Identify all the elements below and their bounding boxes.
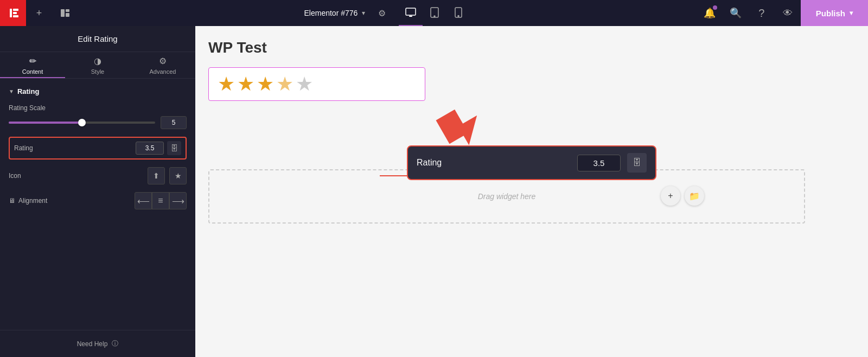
rating-field-value: 🗄 xyxy=(136,141,181,155)
dark-panel-database-icon: 🗄 xyxy=(633,158,641,168)
svg-rect-2 xyxy=(13,9,18,11)
notification-badge xyxy=(713,5,717,10)
rating-scale-row: Rating Scale xyxy=(9,104,187,129)
add-widget-button[interactable]: + xyxy=(661,186,680,206)
alignment-row: 🖥 Alignment ⟵ ≡ ⟶ xyxy=(9,192,187,209)
svg-rect-1 xyxy=(10,9,12,17)
star-1: ★ xyxy=(218,74,235,94)
dark-panel-rating-input[interactable] xyxy=(577,155,621,171)
rating-value-input[interactable] xyxy=(136,142,164,155)
section-triangle-icon: ▼ xyxy=(9,88,14,94)
help-icon: ? xyxy=(758,7,764,20)
publish-label: Publish xyxy=(816,9,845,18)
dark-panel-rating-label: Rating xyxy=(417,158,571,168)
preview-button[interactable]: 👁 xyxy=(775,0,801,26)
topbar-right: 🔔 🔍 ? 👁 Publish ▾ xyxy=(697,0,868,26)
topbar-center: Elementor #776 ▾ ⚙ xyxy=(304,0,470,26)
align-left-button[interactable]: ⟵ xyxy=(135,192,152,209)
tab-style-label: Style xyxy=(91,68,104,75)
rating-field-row: Rating 🗄 xyxy=(9,137,187,160)
rating-editor-panel: Rating 🗄 xyxy=(407,145,656,180)
icon-field-buttons: ⬆ ★ xyxy=(145,167,187,184)
red-arrow-annotation xyxy=(434,95,499,152)
svg-point-13 xyxy=(458,16,459,17)
rating-scale-slider-container xyxy=(9,116,187,129)
folder-icon: 📁 xyxy=(689,191,700,201)
publish-button[interactable]: Publish ▾ xyxy=(801,0,868,26)
page-title-topbar[interactable]: Elementor #776 ▾ xyxy=(304,9,365,17)
main-layout: Edit Rating ✏ Content ◑ Style ⚙ Advanced… xyxy=(0,26,868,357)
svg-rect-5 xyxy=(61,9,65,17)
align-center-button[interactable]: ≡ xyxy=(152,192,169,209)
gear-icon: ⚙ xyxy=(159,56,167,66)
settings-gear-icon[interactable]: ⚙ xyxy=(378,8,386,18)
alignment-buttons: ⟵ ≡ ⟶ xyxy=(135,192,187,209)
section-rating-header[interactable]: ▼ Rating xyxy=(9,87,187,95)
folder-button[interactable]: 📁 xyxy=(685,186,704,206)
svg-rect-3 xyxy=(13,12,17,14)
chevron-down-icon: ▾ xyxy=(362,9,365,17)
rating-field-label: Rating xyxy=(14,144,136,152)
tab-advanced[interactable]: ⚙ Advanced xyxy=(130,52,195,78)
align-right-button[interactable]: ⟶ xyxy=(169,192,187,209)
panels-icon[interactable] xyxy=(52,0,78,26)
icon-row: Icon ⬆ ★ xyxy=(9,167,187,184)
help-text: Need Help xyxy=(77,340,108,348)
icon-field-label: Icon xyxy=(9,172,145,180)
publish-arrow-icon: ▾ xyxy=(850,9,853,17)
action-buttons: + 📁 xyxy=(661,186,704,206)
svg-marker-14 xyxy=(436,101,488,150)
svg-rect-8 xyxy=(406,8,416,15)
elementor-logo[interactable] xyxy=(0,0,26,26)
star-2: ★ xyxy=(237,74,254,94)
svg-rect-4 xyxy=(13,15,18,17)
slider-fill xyxy=(9,122,82,124)
tablet-device-button[interactable] xyxy=(423,0,446,26)
desktop-device-button[interactable] xyxy=(399,0,423,26)
topbar-left: + xyxy=(0,0,78,26)
notifications-button[interactable]: 🔔 xyxy=(697,0,723,26)
rating-scale-label: Rating Scale xyxy=(9,104,46,112)
sidebar-footer[interactable]: Need Help ⓘ xyxy=(0,330,195,357)
sidebar-header: Edit Rating xyxy=(0,26,195,52)
topbar: + Elementor #776 ▾ ⚙ xyxy=(0,0,868,26)
tab-style[interactable]: ◑ Style xyxy=(65,52,130,78)
eye-icon: 👁 xyxy=(783,8,793,19)
search-icon: 🔍 xyxy=(730,7,742,19)
section-rating-label: Rating xyxy=(17,87,39,95)
rating-db-button[interactable]: 🗄 xyxy=(167,141,181,155)
icon-upload-button[interactable]: ⬆ xyxy=(148,167,165,184)
sidebar-title: Edit Rating xyxy=(78,34,117,43)
pencil-icon: ✏ xyxy=(29,56,36,66)
search-button[interactable]: 🔍 xyxy=(723,0,749,26)
canvas-page-title: WP Test xyxy=(208,39,855,56)
svg-rect-9 xyxy=(409,16,412,17)
sidebar-content: ▼ Rating Rating Scale Rating xyxy=(0,79,195,330)
star-5: ★ xyxy=(296,74,313,94)
drop-zone-text: Drag widget here xyxy=(478,192,536,201)
svg-rect-7 xyxy=(66,13,69,17)
add-element-button[interactable]: + xyxy=(26,0,52,26)
canvas-rating-widget[interactable]: ★ ★ ★ ★ ★ xyxy=(208,67,425,101)
dark-panel-db-button[interactable]: 🗄 xyxy=(627,153,647,173)
slider-track[interactable] xyxy=(9,122,155,124)
slider-thumb[interactable] xyxy=(78,119,86,126)
star-4: ★ xyxy=(276,74,293,94)
sidebar-tabs: ✏ Content ◑ Style ⚙ Advanced xyxy=(0,52,195,79)
tab-content-label: Content xyxy=(22,68,43,75)
device-switcher xyxy=(399,0,470,26)
sidebar: Edit Rating ✏ Content ◑ Style ⚙ Advanced… xyxy=(0,26,195,357)
svg-rect-6 xyxy=(66,9,69,12)
stars-row: ★ ★ ★ ★ ★ xyxy=(218,74,313,94)
page-title-text: Elementor #776 xyxy=(304,9,358,17)
help-button[interactable]: ? xyxy=(749,0,775,26)
tab-advanced-label: Advanced xyxy=(150,68,176,75)
info-circle-icon: ⓘ xyxy=(112,339,118,348)
icon-star-button[interactable]: ★ xyxy=(169,167,187,184)
monitor-icon: 🖥 xyxy=(9,197,15,205)
alignment-label: 🖥 Alignment xyxy=(9,197,135,205)
tab-content[interactable]: ✏ Content xyxy=(0,52,65,78)
mobile-device-button[interactable] xyxy=(446,0,470,26)
rating-scale-input[interactable] xyxy=(161,116,187,129)
plus-icon: + xyxy=(668,191,673,201)
